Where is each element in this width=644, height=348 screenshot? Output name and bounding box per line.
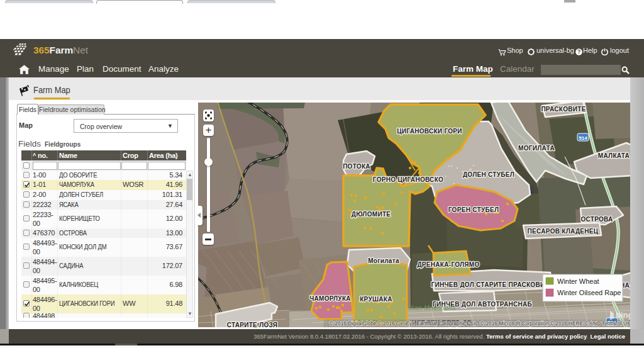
svg-text:ГОРЕН СТУБЕЛ: ГОРЕН СТУБЕЛ <box>448 206 499 213</box>
svg-text:Winter Oilseed Rape: Winter Oilseed Rape <box>557 289 621 296</box>
svg-text:?: ? <box>577 48 580 55</box>
svg-text:bing: bing <box>616 310 630 320</box>
svg-text:ГИНЧЕВ ДОЛ СТАРИТЕ ПРАСКОВИ: ГИНЧЕВ ДОЛ СТАРИТЕ ПРАСКОВИ <box>431 281 545 288</box>
svg-text:ОСТРОВА: ОСТРОВА <box>580 216 613 223</box>
svg-text:ГОРНО ЦИГАНОВСКО: ГОРНО ЦИГАНОВСКО <box>373 176 443 183</box>
svg-text:МАЛКАТА: МАЛКАТА <box>598 152 630 159</box>
svg-text:ПЕСАРОВ КЛАДЕНЕЦ: ПЕСАРОВ КЛАДЕНЕЦ <box>528 228 599 235</box>
svg-text:ДРЕНАКА-ГОЛЯМО: ДРЕНАКА-ГОЛЯМО <box>417 261 479 268</box>
svg-text:© 2016 DigitalGlobe © 2016 Geo: © 2016 DigitalGlobe © 2016 GeoEye Earths… <box>330 320 630 327</box>
svg-text:ЦИГАНОВСКИ ГОРИ: ЦИГАНОВСКИ ГОРИ <box>397 128 462 135</box>
svg-text:Могилата: Могилата <box>368 257 399 264</box>
svg-text:ПРАСКОВИТЕ: ПРАСКОВИТЕ <box>541 106 586 113</box>
svg-text:ПОТОКА: ПОТОКА <box>343 163 370 170</box>
svg-text:Winter Wheat: Winter Wheat <box>557 278 599 285</box>
svg-text:МОГИЛАТА: МОГИЛАТА <box>518 145 555 152</box>
svg-text:ДОЛЕН СТУБЕЛ: ДОЛЕН СТУБЕЛ <box>463 171 514 178</box>
svg-text:ДЮЛОМИТЕ: ДЮЛОМИТЕ <box>352 211 391 218</box>
svg-text:514: 514 <box>579 135 587 141</box>
svg-text:КРУШАКА: КРУШАКА <box>360 296 392 303</box>
svg-text:СТАРИТЕ ЛОЗЯ: СТАРИТЕ ЛОЗЯ <box>227 322 278 327</box>
svg-text:ЧАМОРЛУКА: ЧАМОРЛУКА <box>309 295 351 302</box>
svg-text:Ikan Mountains: Ikan Mountains <box>409 305 456 312</box>
